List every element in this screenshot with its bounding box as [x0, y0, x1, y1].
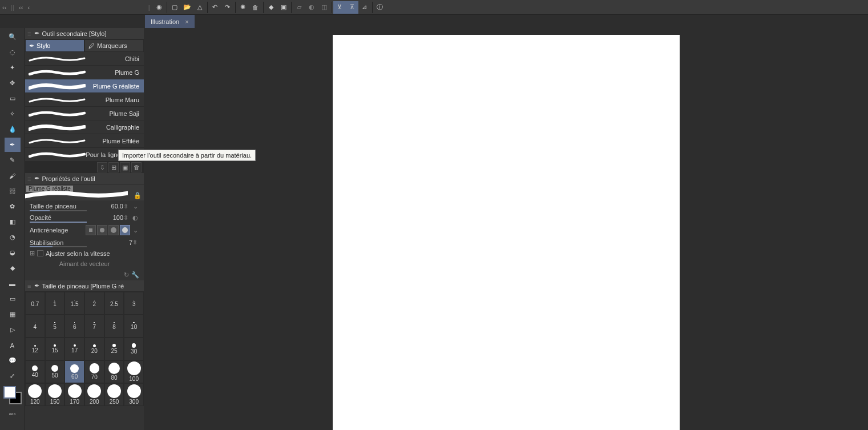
flip-icon[interactable]: ◫	[318, 1, 330, 14]
brush-size-cell[interactable]: 0.7	[25, 292, 45, 315]
reset-icon[interactable]: ↻	[124, 271, 129, 279]
light-tool-icon[interactable]: ✧	[5, 107, 21, 121]
frame-tool-icon[interactable]: ▦	[5, 307, 21, 322]
help-icon[interactable]: ⓘ	[374, 1, 386, 14]
grip-icon[interactable]: ≡	[27, 30, 31, 37]
brush-size-cell[interactable]: 5	[45, 315, 65, 337]
aa-weak-icon[interactable]	[97, 225, 107, 235]
eyedropper-tool-icon[interactable]: 💧	[5, 122, 21, 136]
autoselect-tool-icon[interactable]: ✦	[5, 61, 21, 75]
blur-tool-icon[interactable]: ◒	[5, 246, 21, 260]
brush-tool-icon[interactable]: 🖌	[5, 168, 21, 183]
delete-icon[interactable]: 🗑	[249, 1, 262, 14]
brush-item[interactable]: Calligraphie	[25, 120, 144, 134]
brush-size-cell[interactable]: 2	[84, 292, 104, 315]
brush-size-cell[interactable]: 100	[124, 360, 144, 383]
back-icon[interactable]: ‹	[25, 4, 32, 11]
brush-size-row[interactable]: Taille de pinceau 60.0 ⇳ ⌄	[25, 200, 144, 212]
brush-size-cell[interactable]: 6	[64, 315, 84, 337]
eraser-tool-icon[interactable]: ◧	[5, 215, 21, 229]
brush-size-cell[interactable]: 20	[84, 337, 104, 360]
brush-size-cell[interactable]: 70	[84, 360, 104, 383]
scale-icon[interactable]: ▱	[293, 1, 305, 14]
collapse-left-single-icon[interactable]: ‹‹	[17, 4, 25, 11]
speed-adjust-row[interactable]: ⊞ Ajuster selon la vitesse	[25, 248, 144, 259]
pencil-tool-icon[interactable]: ✎	[5, 153, 21, 167]
settings-icon[interactable]: 🔧	[131, 271, 139, 279]
brush-size-cell[interactable]: 30	[124, 337, 144, 360]
decoration-tool-icon[interactable]: ✿	[5, 199, 21, 214]
brush-size-cell[interactable]: 40	[25, 360, 45, 383]
brush-size-cell[interactable]: 4	[25, 315, 45, 337]
magnify-tool-icon[interactable]: 🔍	[5, 30, 21, 44]
brush-size-cell[interactable]: 10	[124, 315, 144, 337]
brush-size-cell[interactable]: 170	[64, 383, 84, 406]
brush-size-cell[interactable]: 1	[45, 292, 65, 315]
open-folder-icon[interactable]: 📂	[181, 1, 193, 14]
airbrush-tool-icon[interactable]: ⛆	[5, 184, 21, 198]
ruler-tool-icon[interactable]: ▷	[5, 323, 21, 337]
new-doc-icon[interactable]: ▢	[168, 1, 181, 14]
stabilization-row[interactable]: Stabilisation 7 ⇳	[25, 237, 144, 248]
canvas[interactable]	[333, 35, 680, 430]
opacity-row[interactable]: Opacité 100 ⇳ ◐	[25, 212, 144, 223]
snap-ruler-icon[interactable]: ⊻	[333, 1, 346, 14]
dropdown-icon[interactable]: ⌄	[131, 226, 139, 234]
redo-icon[interactable]: ↷	[221, 1, 234, 14]
gradient-tool-icon[interactable]: ▬	[5, 276, 21, 291]
select-icon[interactable]: ▣	[277, 1, 290, 14]
brush-size-cell[interactable]: 8	[104, 315, 124, 337]
correction-tool-icon[interactable]: ⤢	[5, 369, 21, 383]
brush-size-cell[interactable]: 12	[25, 337, 45, 360]
selection-rect-icon[interactable]: ▭	[5, 91, 21, 106]
pen-tool-icon[interactable]: ✒	[5, 138, 21, 152]
delete-subtool-icon[interactable]: 🗑	[131, 162, 142, 172]
brush-item[interactable]: Plume G	[25, 66, 144, 79]
tab-stylo[interactable]: ✒ Stylo	[25, 39, 84, 52]
duplicate-subtool-icon[interactable]: ▣	[120, 162, 130, 172]
rotate-icon[interactable]: ◐	[305, 1, 318, 14]
aa-med-icon[interactable]	[108, 225, 119, 235]
aa-none-icon[interactable]	[86, 225, 96, 235]
close-tab-icon[interactable]: ×	[185, 18, 188, 25]
brush-item[interactable]: Plume G réaliste	[25, 79, 144, 93]
dynamics-icon[interactable]: ⌄	[131, 202, 139, 210]
snap-special-icon[interactable]: ⊼	[346, 1, 358, 14]
vector-magnet-row[interactable]: Aimant de vecteur	[25, 259, 144, 269]
tab-marqueurs[interactable]: 🖊 Marqueurs	[84, 39, 144, 52]
brush-size-cell[interactable]: 150	[45, 383, 65, 406]
speed-checkbox[interactable]	[37, 250, 43, 256]
brush-size-cell[interactable]: 300	[124, 383, 144, 406]
document-tab[interactable]: Illustration ×	[145, 15, 195, 28]
balloon-tool-icon[interactable]: 💬	[5, 353, 21, 368]
brush-size-cell[interactable]: 60	[64, 360, 84, 383]
fill-icon[interactable]: ◆	[265, 1, 277, 14]
snap-grid-icon[interactable]: ⊿	[358, 1, 371, 14]
import-subtool-icon[interactable]: ⇩	[97, 162, 107, 172]
transparent-color-icon[interactable]: ▫▫▫	[5, 407, 21, 421]
brush-size-cell[interactable]: 7	[84, 315, 104, 337]
dynamics-icon[interactable]: ◐	[131, 214, 139, 222]
lock-icon[interactable]: 🔒	[134, 192, 142, 199]
brush-size-cell[interactable]: 80	[104, 360, 124, 383]
brush-size-cell[interactable]: 50	[45, 360, 65, 383]
grip-icon[interactable]: ≡	[27, 175, 31, 182]
brush-size-cell[interactable]: 25	[104, 337, 124, 360]
move-tool-icon[interactable]: ✥	[5, 76, 21, 90]
brush-item[interactable]: Plume Effilée	[25, 134, 144, 148]
spinner-icon[interactable]: ⇳	[132, 239, 139, 246]
shape-tool-icon[interactable]: ▭	[5, 292, 21, 306]
undo-icon[interactable]: ↶	[209, 1, 221, 14]
spinner-icon[interactable]: ⇳	[123, 203, 130, 210]
collapse-left-icon[interactable]: ‹‹	[0, 4, 9, 11]
brush-size-cell[interactable]: 250	[104, 383, 124, 406]
brush-size-cell[interactable]: 200	[84, 383, 104, 406]
brush-size-cell[interactable]: 2.5	[104, 292, 124, 315]
brush-item[interactable]: Plume Maru	[25, 93, 144, 107]
brush-size-cell[interactable]: 3	[124, 292, 144, 315]
marquee-tool-icon[interactable]: ◌	[5, 45, 21, 59]
text-tool-icon[interactable]: A	[5, 338, 21, 352]
aa-strong-icon[interactable]	[120, 225, 130, 235]
expand-icon[interactable]: ⊞	[30, 250, 35, 257]
brush-size-cell[interactable]: 17	[64, 337, 84, 360]
